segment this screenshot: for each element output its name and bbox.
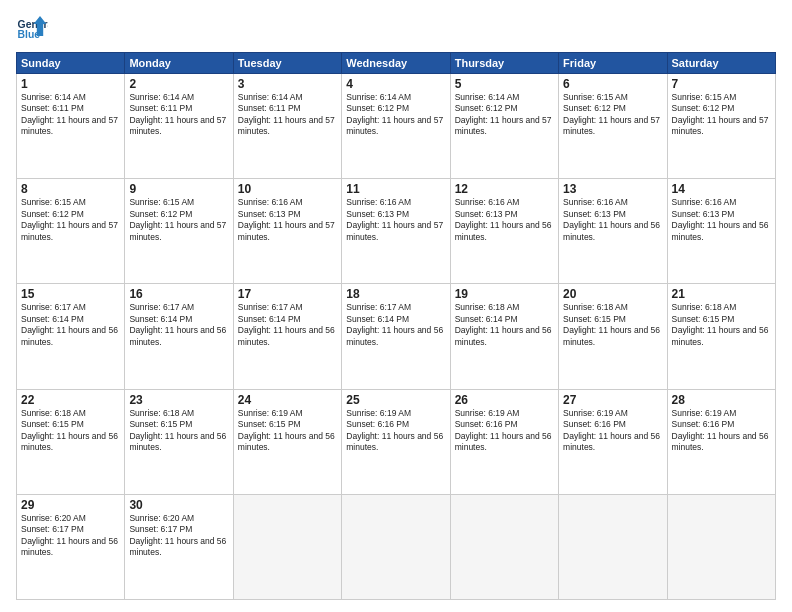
cell-info: Sunrise: 6:18 AMSunset: 6:15 PMDaylight:… xyxy=(563,302,660,346)
calendar-cell: 2 Sunrise: 6:14 AMSunset: 6:11 PMDayligh… xyxy=(125,74,233,179)
day-number: 20 xyxy=(563,287,662,301)
calendar-cell: 11 Sunrise: 6:16 AMSunset: 6:13 PMDaylig… xyxy=(342,179,450,284)
day-number: 5 xyxy=(455,77,554,91)
calendar-cell: 14 Sunrise: 6:16 AMSunset: 6:13 PMDaylig… xyxy=(667,179,775,284)
calendar-header-cell: Saturday xyxy=(667,53,775,74)
calendar-cell: 20 Sunrise: 6:18 AMSunset: 6:15 PMDaylig… xyxy=(559,284,667,389)
cell-info: Sunrise: 6:15 AMSunset: 6:12 PMDaylight:… xyxy=(672,92,769,136)
calendar-cell: 23 Sunrise: 6:18 AMSunset: 6:15 PMDaylig… xyxy=(125,389,233,494)
day-number: 15 xyxy=(21,287,120,301)
calendar-cell: 25 Sunrise: 6:19 AMSunset: 6:16 PMDaylig… xyxy=(342,389,450,494)
day-number: 7 xyxy=(672,77,771,91)
calendar-cell: 29 Sunrise: 6:20 AMSunset: 6:17 PMDaylig… xyxy=(17,494,125,599)
calendar-header-cell: Wednesday xyxy=(342,53,450,74)
cell-info: Sunrise: 6:17 AMSunset: 6:14 PMDaylight:… xyxy=(21,302,118,346)
calendar-header-cell: Sunday xyxy=(17,53,125,74)
cell-info: Sunrise: 6:18 AMSunset: 6:14 PMDaylight:… xyxy=(455,302,552,346)
cell-info: Sunrise: 6:16 AMSunset: 6:13 PMDaylight:… xyxy=(455,197,552,241)
calendar-cell: 3 Sunrise: 6:14 AMSunset: 6:11 PMDayligh… xyxy=(233,74,341,179)
logo-icon: General Blue xyxy=(16,12,48,44)
day-number: 26 xyxy=(455,393,554,407)
cell-info: Sunrise: 6:14 AMSunset: 6:12 PMDaylight:… xyxy=(455,92,552,136)
calendar-week-row: 29 Sunrise: 6:20 AMSunset: 6:17 PMDaylig… xyxy=(17,494,776,599)
cell-info: Sunrise: 6:17 AMSunset: 6:14 PMDaylight:… xyxy=(346,302,443,346)
day-number: 21 xyxy=(672,287,771,301)
calendar-cell: 24 Sunrise: 6:19 AMSunset: 6:15 PMDaylig… xyxy=(233,389,341,494)
day-number: 9 xyxy=(129,182,228,196)
calendar-cell: 28 Sunrise: 6:19 AMSunset: 6:16 PMDaylig… xyxy=(667,389,775,494)
cell-info: Sunrise: 6:16 AMSunset: 6:13 PMDaylight:… xyxy=(672,197,769,241)
cell-info: Sunrise: 6:14 AMSunset: 6:11 PMDaylight:… xyxy=(21,92,118,136)
calendar-cell: 10 Sunrise: 6:16 AMSunset: 6:13 PMDaylig… xyxy=(233,179,341,284)
page: General Blue SundayMondayTuesdayWednesda… xyxy=(0,0,792,612)
calendar-cell: 1 Sunrise: 6:14 AMSunset: 6:11 PMDayligh… xyxy=(17,74,125,179)
calendar-cell: 6 Sunrise: 6:15 AMSunset: 6:12 PMDayligh… xyxy=(559,74,667,179)
day-number: 13 xyxy=(563,182,662,196)
calendar-header-row: SundayMondayTuesdayWednesdayThursdayFrid… xyxy=(17,53,776,74)
calendar-cell xyxy=(450,494,558,599)
day-number: 16 xyxy=(129,287,228,301)
cell-info: Sunrise: 6:16 AMSunset: 6:13 PMDaylight:… xyxy=(563,197,660,241)
day-number: 10 xyxy=(238,182,337,196)
calendar-cell: 30 Sunrise: 6:20 AMSunset: 6:17 PMDaylig… xyxy=(125,494,233,599)
calendar-week-row: 15 Sunrise: 6:17 AMSunset: 6:14 PMDaylig… xyxy=(17,284,776,389)
day-number: 6 xyxy=(563,77,662,91)
day-number: 14 xyxy=(672,182,771,196)
calendar-header-cell: Tuesday xyxy=(233,53,341,74)
cell-info: Sunrise: 6:19 AMSunset: 6:16 PMDaylight:… xyxy=(346,408,443,452)
cell-info: Sunrise: 6:18 AMSunset: 6:15 PMDaylight:… xyxy=(129,408,226,452)
cell-info: Sunrise: 6:19 AMSunset: 6:16 PMDaylight:… xyxy=(455,408,552,452)
calendar-header-cell: Monday xyxy=(125,53,233,74)
calendar-cell: 9 Sunrise: 6:15 AMSunset: 6:12 PMDayligh… xyxy=(125,179,233,284)
calendar-cell: 8 Sunrise: 6:15 AMSunset: 6:12 PMDayligh… xyxy=(17,179,125,284)
calendar-cell: 27 Sunrise: 6:19 AMSunset: 6:16 PMDaylig… xyxy=(559,389,667,494)
calendar-cell: 4 Sunrise: 6:14 AMSunset: 6:12 PMDayligh… xyxy=(342,74,450,179)
day-number: 29 xyxy=(21,498,120,512)
day-number: 1 xyxy=(21,77,120,91)
cell-info: Sunrise: 6:19 AMSunset: 6:16 PMDaylight:… xyxy=(563,408,660,452)
calendar-body: 1 Sunrise: 6:14 AMSunset: 6:11 PMDayligh… xyxy=(17,74,776,600)
day-number: 8 xyxy=(21,182,120,196)
day-number: 27 xyxy=(563,393,662,407)
cell-info: Sunrise: 6:19 AMSunset: 6:15 PMDaylight:… xyxy=(238,408,335,452)
cell-info: Sunrise: 6:17 AMSunset: 6:14 PMDaylight:… xyxy=(238,302,335,346)
calendar-table: SundayMondayTuesdayWednesdayThursdayFrid… xyxy=(16,52,776,600)
calendar-header-cell: Thursday xyxy=(450,53,558,74)
cell-info: Sunrise: 6:15 AMSunset: 6:12 PMDaylight:… xyxy=(21,197,118,241)
calendar-cell: 21 Sunrise: 6:18 AMSunset: 6:15 PMDaylig… xyxy=(667,284,775,389)
calendar-cell: 17 Sunrise: 6:17 AMSunset: 6:14 PMDaylig… xyxy=(233,284,341,389)
header: General Blue xyxy=(16,12,776,44)
cell-info: Sunrise: 6:14 AMSunset: 6:11 PMDaylight:… xyxy=(129,92,226,136)
calendar-week-row: 1 Sunrise: 6:14 AMSunset: 6:11 PMDayligh… xyxy=(17,74,776,179)
calendar-cell xyxy=(342,494,450,599)
calendar-week-row: 8 Sunrise: 6:15 AMSunset: 6:12 PMDayligh… xyxy=(17,179,776,284)
calendar-header-cell: Friday xyxy=(559,53,667,74)
day-number: 2 xyxy=(129,77,228,91)
cell-info: Sunrise: 6:15 AMSunset: 6:12 PMDaylight:… xyxy=(129,197,226,241)
calendar-cell: 7 Sunrise: 6:15 AMSunset: 6:12 PMDayligh… xyxy=(667,74,775,179)
calendar-cell: 12 Sunrise: 6:16 AMSunset: 6:13 PMDaylig… xyxy=(450,179,558,284)
calendar-cell: 5 Sunrise: 6:14 AMSunset: 6:12 PMDayligh… xyxy=(450,74,558,179)
cell-info: Sunrise: 6:14 AMSunset: 6:12 PMDaylight:… xyxy=(346,92,443,136)
day-number: 3 xyxy=(238,77,337,91)
day-number: 25 xyxy=(346,393,445,407)
calendar-cell xyxy=(233,494,341,599)
logo: General Blue xyxy=(16,12,52,44)
cell-info: Sunrise: 6:14 AMSunset: 6:11 PMDaylight:… xyxy=(238,92,335,136)
day-number: 11 xyxy=(346,182,445,196)
cell-info: Sunrise: 6:20 AMSunset: 6:17 PMDaylight:… xyxy=(21,513,118,557)
calendar-cell xyxy=(667,494,775,599)
calendar-cell: 26 Sunrise: 6:19 AMSunset: 6:16 PMDaylig… xyxy=(450,389,558,494)
calendar-cell: 18 Sunrise: 6:17 AMSunset: 6:14 PMDaylig… xyxy=(342,284,450,389)
cell-info: Sunrise: 6:20 AMSunset: 6:17 PMDaylight:… xyxy=(129,513,226,557)
cell-info: Sunrise: 6:18 AMSunset: 6:15 PMDaylight:… xyxy=(21,408,118,452)
calendar-cell: 22 Sunrise: 6:18 AMSunset: 6:15 PMDaylig… xyxy=(17,389,125,494)
cell-info: Sunrise: 6:19 AMSunset: 6:16 PMDaylight:… xyxy=(672,408,769,452)
day-number: 12 xyxy=(455,182,554,196)
calendar-cell: 13 Sunrise: 6:16 AMSunset: 6:13 PMDaylig… xyxy=(559,179,667,284)
calendar-cell: 15 Sunrise: 6:17 AMSunset: 6:14 PMDaylig… xyxy=(17,284,125,389)
day-number: 22 xyxy=(21,393,120,407)
day-number: 28 xyxy=(672,393,771,407)
day-number: 24 xyxy=(238,393,337,407)
cell-info: Sunrise: 6:15 AMSunset: 6:12 PMDaylight:… xyxy=(563,92,660,136)
